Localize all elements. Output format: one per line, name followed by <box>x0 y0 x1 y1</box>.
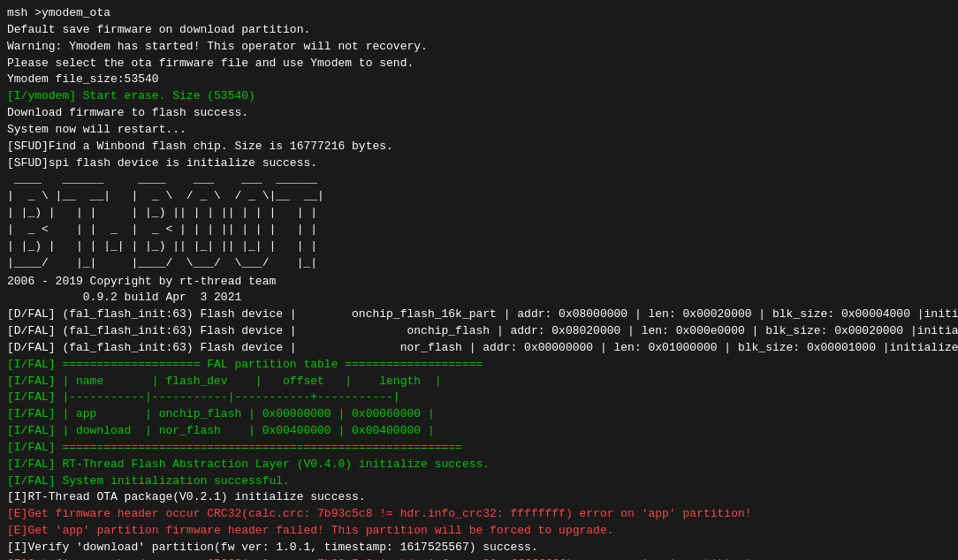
terminal-line: [D/FAL] (fal_flash_init:63) Flash device… <box>7 306 951 323</box>
terminal-line: msh >ymodem_ota <box>7 5 951 22</box>
terminal-line: [I/FAL] |-----------|-----------|-------… <box>7 390 951 406</box>
terminal-line: [D/FAL] (fal_flash_init:63) Flash device… <box>7 323 951 340</box>
terminal-line: [SFUD]spi flash device is initialize suc… <box>7 155 951 172</box>
terminal-line: System now will restart... <box>7 122 951 139</box>
rt-boot-ascii-art: ____ ______ ____ ___ ___ ______ | _ \ |_… <box>7 171 951 271</box>
terminal-line: [I/ymodem] Start erase. Size (53540) <box>7 88 951 105</box>
terminal-line: [I/FAL] | name | flash_dev | offset | le… <box>7 374 951 390</box>
terminal-line: [E]Get firmware header occur CRC32(calc.… <box>7 556 951 560</box>
terminal-line: [I/FAL] ==================== FAL partiti… <box>7 357 951 374</box>
terminal-line: [I]Verify 'download' partition(fw ver: 1… <box>7 540 951 556</box>
terminal-line: Please select the ota firmware file and … <box>7 56 951 72</box>
terminal-line: [I/FAL] | download | nor_flash | 0x00400… <box>7 423 951 440</box>
terminal-line: [I/FAL] | app | onchip_flash | 0x0000000… <box>7 406 951 423</box>
terminal-line: Default save firmware on download partit… <box>7 22 951 39</box>
terminal-line: Warning: Ymodem has started! This operat… <box>7 39 951 56</box>
terminal-line: [I/FAL] ================================… <box>7 440 951 457</box>
terminal-line: Ymodem file_size:53540 <box>7 72 951 88</box>
terminal-line: 0.9.2 build Apr 3 2021 <box>7 290 951 306</box>
terminal-line: [I]RT-Thread OTA package(V0.2.1) initial… <box>7 489 951 506</box>
terminal-line: 2006 - 2019 Copyright by rt-thread team <box>7 274 951 291</box>
terminal-window: msh >ymodem_otaDefault save firmware on … <box>0 0 958 560</box>
terminal-line: [E]Get 'app' partition firmware header f… <box>7 523 951 540</box>
terminal-line: [I/FAL] System initialization successful… <box>7 473 951 490</box>
terminal-line: [SFUD]Find a Winbond flash chip. Size is… <box>7 139 951 155</box>
terminal-line: [E]Get firmware header occur CRC32(calc.… <box>7 506 951 523</box>
terminal-line: Download firmware to flash success. <box>7 105 951 122</box>
terminal-line: [D/FAL] (fal_flash_init:63) Flash device… <box>7 340 951 357</box>
terminal-line: [I/FAL] RT-Thread Flash Abstraction Laye… <box>7 457 951 473</box>
